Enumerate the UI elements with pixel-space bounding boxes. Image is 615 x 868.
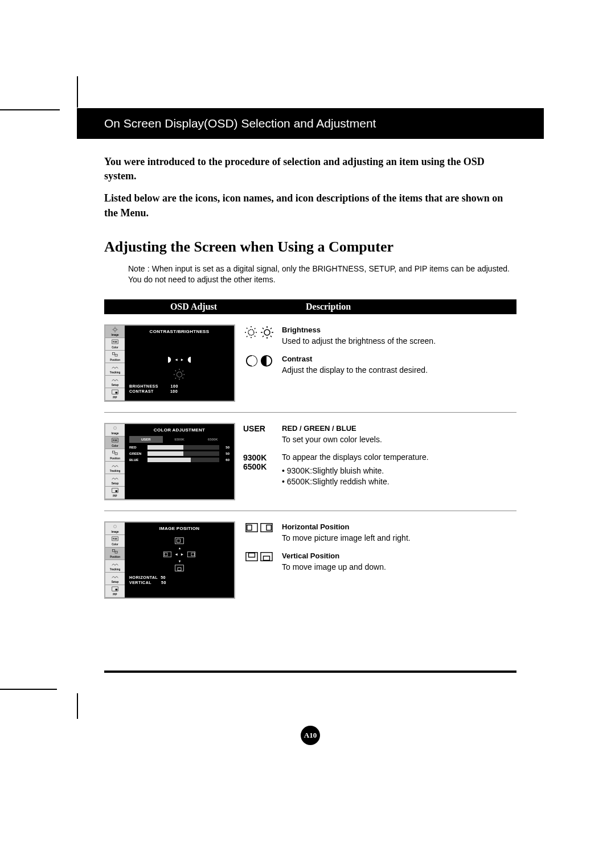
page-number: A10: [301, 726, 320, 745]
intro-paragraph-1: You were introduced to the procedure of …: [104, 155, 510, 183]
brightness-body: Used to adjust the brightness of the scr…: [282, 336, 436, 345]
osd-tab-color: RGB Color: [105, 535, 125, 548]
svg-rect-66: [177, 539, 181, 542]
osd-readout: BRIGHTNESS 100 CONTRAST 100: [129, 384, 229, 393]
brightness-icon: [243, 324, 275, 347]
svg-line-36: [247, 328, 248, 329]
svg-rect-64: [116, 589, 118, 591]
svg-rect-55: [115, 453, 117, 455]
svg-line-29: [175, 377, 177, 379]
osd-tab-color: RGB Color: [105, 437, 125, 449]
svg-line-39: [255, 328, 256, 329]
svg-line-37: [255, 336, 256, 337]
row-brightness-contrast: Image RGB Color Position Tracking Setup: [104, 324, 516, 402]
row-image-position: Image RGB Color Position Tracking Setup: [104, 521, 516, 599]
osd-tab-pip: PIP: [105, 388, 125, 401]
svg-rect-77: [246, 553, 257, 561]
svg-text:RGB: RGB: [113, 342, 117, 344]
osd-tab-position: Position: [105, 351, 125, 363]
osd-tab-setup: Setup: [105, 376, 125, 388]
osd-tab-image: Image: [105, 326, 125, 338]
osd-panel-color-adjustment: Image RGB Color Position Tracking Setup: [104, 423, 235, 500]
hpos-title: Horizontal Position: [282, 523, 349, 531]
section-heading: Adjusting the Screen when Using a Comput…: [77, 228, 544, 256]
svg-rect-57: [116, 491, 118, 492]
svg-rect-68: [165, 553, 167, 556]
temp-body: To appear the displays color temperature…: [282, 452, 429, 462]
svg-line-38: [247, 336, 248, 337]
note-text: Note : When input is set as a digital si…: [77, 256, 544, 286]
svg-point-58: [114, 525, 117, 528]
svg-line-45: [263, 328, 264, 329]
svg-point-51: [114, 427, 117, 430]
osd-tab-tracking: Tracking: [105, 363, 125, 376]
rgb-body: To set your own color levels.: [282, 435, 382, 444]
svg-rect-76: [266, 525, 271, 530]
vertical-position-icon: [243, 550, 275, 573]
osd-panel-image-position: Image RGB Color Position Tracking Setup: [104, 521, 235, 599]
svg-line-16: [175, 343, 177, 344]
svg-point-40: [264, 330, 270, 335]
svg-point-0: [114, 328, 117, 331]
osd-tab-color: RGB Color: [105, 338, 125, 351]
svg-point-11: [177, 344, 182, 349]
contrast-title: Contrast: [282, 355, 312, 363]
svg-rect-79: [261, 553, 272, 561]
vpos-title: Vertical Position: [282, 552, 339, 560]
svg-line-19: [183, 343, 184, 344]
contrast-icon: [243, 353, 275, 376]
svg-rect-10: [116, 392, 118, 394]
svg-rect-71: [175, 565, 184, 571]
column-headers: OSD Adjust Description: [104, 299, 516, 314]
osd-tab-pip: PIP: [105, 487, 125, 499]
column-osd-adjust: OSD Adjust: [104, 302, 283, 312]
svg-line-18: [175, 350, 177, 351]
svg-rect-54: [112, 451, 114, 454]
svg-rect-65: [175, 538, 184, 544]
svg-line-28: [183, 377, 184, 379]
svg-line-17: [183, 350, 184, 351]
bullet-6500k: 6500K:Slightly reddish white.: [282, 476, 516, 488]
contrast-body: Adjust the display to the contrast desir…: [282, 365, 428, 375]
horizontal-position-icon: [243, 521, 275, 544]
osd-panel-contrast-brightness: Image RGB Color Position Tracking Setup: [104, 324, 235, 402]
hpos-body: To move picture image left and right.: [282, 533, 411, 542]
osd-tab-position: Position: [105, 449, 125, 462]
svg-line-30: [183, 371, 184, 372]
svg-line-48: [270, 328, 272, 329]
osd-tab-setup: Setup: [105, 573, 125, 585]
osd-tab-image: Image: [105, 424, 125, 437]
svg-point-31: [248, 330, 254, 335]
user-label: USER: [243, 423, 275, 445]
page-header: On Screen Display(OSD) Selection and Adj…: [77, 108, 544, 139]
svg-rect-8: [115, 355, 117, 357]
osd-panel-title: CONTRAST/BRIGHTNESS: [129, 329, 229, 334]
svg-rect-78: [249, 553, 255, 557]
svg-point-22: [177, 372, 182, 377]
vpos-body: To move image up and down.: [282, 562, 386, 571]
bullet-9300k: 9300K:Slightly bluish white.: [282, 466, 516, 477]
temp-labels: 9300K 6500K: [243, 452, 275, 488]
row-color-adjustment: Image RGB Color Position Tracking Setup: [104, 423, 516, 500]
column-description: Description: [283, 302, 516, 312]
svg-text:RGB: RGB: [113, 440, 117, 442]
osd-color-tabs: USER 9300K 6500K: [129, 436, 229, 443]
svg-line-46: [270, 336, 272, 337]
bottom-rule: [104, 670, 516, 673]
osd-tab-image: Image: [105, 523, 125, 535]
svg-rect-72: [178, 567, 181, 570]
osd-panel-title: IMAGE POSITION: [129, 526, 229, 531]
osd-tab-setup: Setup: [105, 474, 125, 487]
osd-tab-pip: PIP: [105, 585, 125, 598]
svg-line-27: [175, 371, 177, 372]
osd-panel-title: COLOR ADJUSTMENT: [129, 427, 229, 433]
svg-rect-74: [247, 525, 252, 530]
brightness-title: Brightness: [282, 326, 321, 334]
intro-paragraph-2: Listed below are the icons, icon names, …: [104, 191, 510, 220]
osd-tab-tracking: Tracking: [105, 462, 125, 474]
rgb-title: RED / GREEN / BLUE: [282, 424, 356, 433]
svg-rect-61: [112, 550, 114, 552]
svg-text:RGB: RGB: [113, 538, 117, 541]
svg-rect-7: [112, 353, 114, 355]
page-header-title: On Screen Display(OSD) Selection and Adj…: [104, 117, 376, 130]
